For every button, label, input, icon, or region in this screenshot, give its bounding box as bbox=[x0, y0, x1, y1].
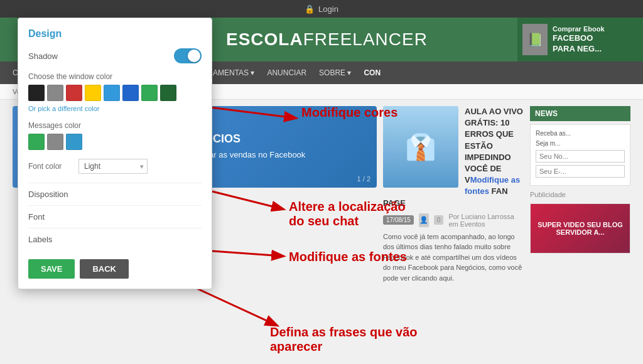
shadow-label: Shadow bbox=[28, 51, 58, 61]
article-like-count: 0 bbox=[434, 215, 444, 225]
sidebar-name-input[interactable] bbox=[536, 150, 625, 163]
nav-anunciar[interactable]: ANUNCIAR bbox=[267, 68, 306, 77]
font-item[interactable]: Font bbox=[28, 205, 202, 228]
sidebar-news-label: NEWS bbox=[530, 106, 630, 121]
design-panel: Design Shadow Choose the window color Or… bbox=[18, 18, 212, 289]
svg-line-3 bbox=[195, 287, 276, 325]
sidebar-p1: Receba as... bbox=[536, 130, 625, 137]
site-book-banner: 📗 Comprar Ebook FACEBOO PARA NEG... bbox=[517, 18, 643, 62]
toggle-knob bbox=[188, 50, 200, 62]
logo-bold: ESCOLA bbox=[226, 29, 303, 49]
msg-swatch-green[interactable] bbox=[28, 134, 45, 150]
sidebar-email-input[interactable] bbox=[536, 165, 625, 178]
sidebar-form: Receba as... Seja m... bbox=[530, 124, 630, 186]
msg-swatch-blue[interactable] bbox=[66, 134, 82, 150]
nav-sobre[interactable]: SOBRE ▾ bbox=[319, 68, 351, 77]
title-bar: 🔒 Login bbox=[0, 0, 643, 18]
font-color-select-wrapper: Light Dark Auto bbox=[78, 159, 148, 174]
sidebar: NEWS Receba as... Seja m... Publicidade … bbox=[530, 106, 630, 283]
window-color-section: Choose the window color Or pick a differ… bbox=[28, 72, 202, 112]
sidebar-pub-label: Publicidade bbox=[530, 191, 630, 198]
banner-counter: 1 / 2 bbox=[357, 175, 370, 183]
article-author: Por Luciano Larrossa em Eventos bbox=[448, 213, 524, 228]
article-author-icon: 👤 bbox=[419, 213, 429, 227]
panel-title: Design bbox=[28, 28, 202, 40]
window-color-label: Choose the window color bbox=[28, 72, 202, 81]
window-color-swatches bbox=[28, 85, 202, 101]
swatch-blue[interactable] bbox=[122, 85, 139, 101]
swatch-yellow[interactable] bbox=[85, 85, 101, 101]
pick-color-link[interactable]: Or pick a different color bbox=[28, 105, 202, 112]
swatch-green[interactable] bbox=[141, 85, 158, 101]
book-text: Comprar Ebook FACEBOO PARA NEG... bbox=[553, 24, 605, 55]
labels-item[interactable]: Labels bbox=[28, 228, 202, 250]
messages-color-section: Messages color bbox=[28, 121, 202, 150]
article-area: 👔 AULA AO VIVO GRÁTIS: 10 ERROS QUE ESTÃ… bbox=[383, 106, 524, 283]
messages-color-label: Messages color bbox=[28, 121, 202, 130]
shadow-toggle[interactable] bbox=[174, 48, 202, 63]
publicidade-box: SUPER VIDEO SEU BLOG SERVIDOR A... bbox=[530, 203, 630, 254]
shadow-row: Shadow bbox=[28, 48, 202, 63]
lock-icon: 🔒 bbox=[305, 4, 315, 14]
save-button[interactable]: SAVE bbox=[28, 259, 75, 279]
swatch-darkgreen[interactable] bbox=[160, 85, 176, 101]
back-button[interactable]: BACK bbox=[80, 259, 129, 279]
font-color-label: Font color bbox=[28, 162, 78, 171]
book-icon: 📗 bbox=[522, 24, 548, 55]
sidebar-p2: Seja m... bbox=[536, 140, 625, 147]
swatch-red[interactable] bbox=[66, 85, 82, 101]
logo-light: FREELANCER bbox=[303, 29, 428, 49]
msg-swatch-gray[interactable] bbox=[47, 134, 63, 150]
font-color-row: Font color Light Dark Auto bbox=[28, 159, 202, 174]
title-text: Login bbox=[318, 4, 338, 14]
site-logo: ESCOLAFREELANCER bbox=[226, 29, 428, 50]
article-meta: 17/08/15 👤 0 Por Luciano Larrossa em Eve… bbox=[383, 213, 524, 228]
swatch-gray[interactable] bbox=[47, 85, 63, 101]
panel-buttons: SAVE BACK bbox=[28, 259, 202, 279]
nav-con[interactable]: CON bbox=[364, 68, 381, 77]
pub-banner: SUPER VIDEO SEU BLOG SERVIDOR A... bbox=[531, 204, 630, 253]
swatch-lightblue[interactable] bbox=[104, 85, 120, 101]
annotation-defina-frases: Defina as frases que vão aparecer bbox=[270, 325, 418, 354]
font-color-select[interactable]: Light Dark Auto bbox=[78, 159, 148, 174]
swatch-black[interactable] bbox=[28, 85, 45, 101]
article-excerpt: Como você já tem acompanhado, ao longo d… bbox=[383, 232, 524, 284]
article-image: 👔 bbox=[383, 106, 458, 188]
disposition-item[interactable]: Disposition bbox=[28, 183, 202, 205]
article-date: 17/08/15 bbox=[383, 215, 414, 225]
messages-color-swatches bbox=[28, 134, 202, 150]
